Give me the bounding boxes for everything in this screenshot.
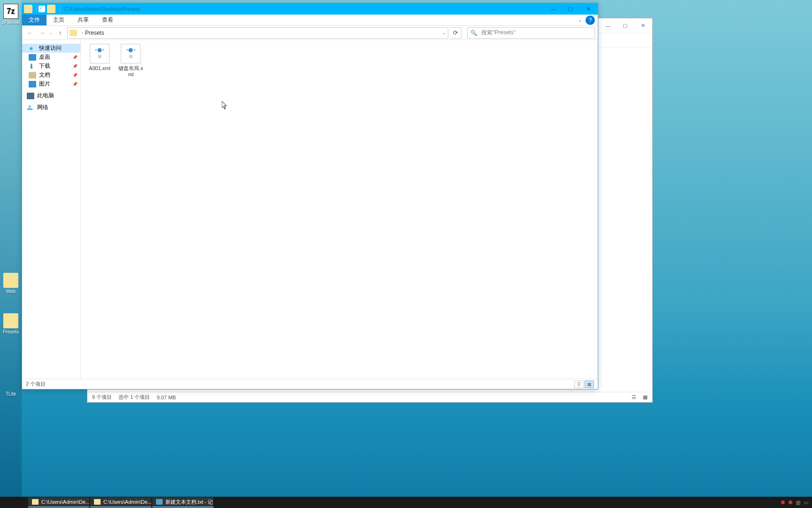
search-placeholder: 搜索"Presets"	[481, 29, 515, 37]
pin-icon: 📌	[72, 64, 78, 69]
file-name: A001.xml	[89, 65, 110, 71]
taskbar-item-label: 新建文本文档.txt - 记...	[165, 499, 213, 506]
status-bar: 2 个项目 ☰ ▦	[22, 379, 598, 389]
sidebar-desktop[interactable]: 桌面 📌	[22, 53, 80, 62]
maximize-button[interactable]: ▢	[617, 19, 633, 32]
sidebar-this-pc[interactable]: 此电脑	[22, 91, 80, 100]
folder-icon	[24, 5, 32, 13]
search-icon: 🔍	[470, 30, 477, 36]
sidebar-documents[interactable]: 文档 📌	[22, 71, 80, 79]
xml-file-icon	[90, 44, 109, 64]
sidebar-network[interactable]: 🖧 网络	[22, 103, 80, 112]
view-icons-button[interactable]: ▦	[643, 394, 648, 400]
desktop-icon-web[interactable]: Web	[1, 273, 21, 294]
window-title-path: C:\Users\Admin\Desktop\Presets	[62, 6, 545, 12]
computer-icon	[27, 93, 34, 99]
desktop-icon-label: Web	[1, 289, 21, 294]
sidebar-pictures[interactable]: 图片 📌	[22, 79, 80, 88]
forward-button[interactable]: →	[37, 28, 47, 38]
status-size: 9.07 MB	[156, 395, 176, 400]
sidebar-item-label: 下载	[39, 62, 50, 70]
sidebar-item-label: 此电脑	[37, 92, 54, 100]
qat-newfolder-icon[interactable]	[47, 5, 55, 13]
taskbar-item[interactable]: C:\Users\Admin\De...	[28, 497, 89, 508]
folder-icon	[3, 313, 18, 328]
pin-icon: 📌	[72, 55, 78, 60]
folder-icon	[94, 499, 101, 505]
tray-icon[interactable]	[781, 500, 785, 504]
sidebar-item-label: 文档	[39, 71, 50, 79]
ribbon-tabs: 文件 主页 共享 查看 ⌄ ?	[22, 15, 598, 26]
sevenz-icon: 7z	[3, 4, 18, 19]
history-dropdown-icon[interactable]: ⌄	[49, 31, 53, 35]
sidebar-item-label: 图片	[39, 80, 50, 88]
document-icon	[29, 72, 36, 79]
back-button[interactable]: ←	[25, 28, 35, 38]
status-selected: 选中 1 个项目	[118, 394, 150, 401]
sidebar-item-label: 快速访问	[39, 44, 62, 52]
pin-icon: 📌	[72, 82, 78, 87]
notepad-icon	[156, 499, 163, 505]
tray-icon[interactable]: ▥	[796, 500, 800, 505]
system-tray[interactable]: ▥ ▭	[781, 500, 812, 505]
desktop-icon-label: zFM.exe	[1, 20, 21, 25]
titlebar[interactable]: C:\Users\Admin\Desktop\Presets — ▢ ✕	[22, 3, 598, 15]
help-icon[interactable]: ?	[586, 16, 595, 25]
breadcrumb-current[interactable]: Presets	[85, 30, 104, 36]
view-details-button[interactable]: ☰	[574, 381, 584, 388]
pin-icon: 📌	[72, 73, 78, 78]
close-button[interactable]: ✕	[579, 3, 598, 15]
view-details-button[interactable]: ☰	[632, 394, 636, 400]
view-icons-button[interactable]: ▦	[585, 381, 594, 388]
tab-share[interactable]: 共享	[71, 15, 95, 25]
file-item[interactable]: 键盘布局.xml	[117, 44, 145, 78]
maximize-button[interactable]: ▢	[562, 3, 579, 15]
status-bar: 9 个项目 选中 1 个项目 9.07 MB ☰ ▦	[87, 392, 652, 402]
search-input[interactable]: 🔍 搜索"Presets"	[467, 27, 595, 39]
sidebar-quick-access[interactable]: ★ 快速访问	[22, 44, 80, 53]
close-button[interactable]: ✕	[633, 19, 652, 32]
folder-icon	[32, 499, 39, 505]
desktop-icon-ntlite[interactable]: TLite	[0, 391, 22, 397]
network-icon: 🖧	[27, 104, 34, 111]
desktop-icon-7z[interactable]: 7z zFM.exe	[1, 4, 21, 25]
tray-icon[interactable]: ▭	[804, 500, 808, 505]
desktop-icon	[29, 54, 36, 61]
folder-icon	[70, 30, 77, 36]
file-list-pane[interactable]: A001.xml 键盘布局.xml	[81, 40, 598, 379]
tab-file[interactable]: 文件	[22, 15, 47, 25]
file-name: 键盘布局.xml	[117, 65, 145, 78]
star-icon: ★	[29, 45, 36, 52]
up-button[interactable]: ↑	[55, 28, 65, 38]
refresh-button[interactable]: ⟳	[450, 27, 461, 39]
sidebar-item-label: 桌面	[39, 53, 50, 61]
taskbar-item[interactable]: 新建文本文档.txt - 记...	[152, 497, 213, 508]
explorer-window: C:\Users\Admin\Desktop\Presets — ▢ ✕ 文件 …	[22, 3, 598, 389]
sidebar-downloads[interactable]: ⬇ 下载 📌	[22, 62, 80, 71]
address-bar[interactable]: › Presets ⌄	[67, 27, 448, 39]
pictures-icon	[29, 81, 36, 87]
tab-home[interactable]: 主页	[47, 15, 71, 25]
taskbar[interactable]: C:\Users\Admin\De... C:\Users\Admin\De..…	[0, 497, 812, 508]
tab-view[interactable]: 查看	[95, 15, 120, 25]
qat-properties-icon[interactable]	[39, 6, 45, 12]
taskbar-item[interactable]: C:\Users\Admin\De...	[90, 497, 151, 508]
ribbon-collapse-icon[interactable]: ⌄	[575, 15, 585, 25]
download-icon: ⬇	[29, 63, 36, 70]
navigation-pane: ★ 快速访问 桌面 📌 ⬇ 下载 📌 文档 📌 图片 📌	[22, 40, 81, 379]
chevron-right-icon[interactable]: ›	[82, 31, 83, 35]
file-item[interactable]: A001.xml	[86, 44, 114, 71]
xml-file-icon	[121, 44, 141, 64]
address-dropdown-icon[interactable]: ⌄	[442, 31, 446, 35]
desktop-icon-label: TLite	[0, 391, 22, 397]
mouse-cursor-icon	[222, 101, 228, 111]
desktop-icon-presets[interactable]: Presets	[1, 313, 21, 334]
minimize-button[interactable]: —	[545, 3, 562, 15]
folder-icon	[3, 273, 18, 288]
status-item-count: 2 个项目	[26, 381, 46, 388]
taskbar-item-label: C:\Users\Admin\De...	[41, 499, 89, 505]
navigation-bar: ← → ⌄ ↑ › Presets ⌄ ⟳ 🔍 搜索"Presets"	[22, 26, 598, 40]
desktop-icon-label: Presets	[1, 329, 21, 334]
minimize-button[interactable]: —	[600, 19, 617, 32]
tray-icon[interactable]	[789, 500, 792, 504]
